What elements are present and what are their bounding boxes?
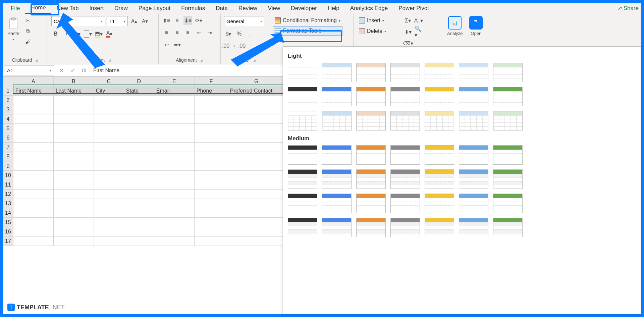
cell-B13[interactable]: [53, 199, 94, 208]
cell-E3[interactable]: [154, 105, 194, 114]
cell-F12[interactable]: [194, 190, 228, 199]
cell-D15[interactable]: [124, 218, 154, 227]
table-style-swatch[interactable]: [459, 111, 488, 130]
table-style-swatch[interactable]: [425, 87, 454, 106]
cell-F1[interactable]: Phone: [194, 86, 228, 96]
cell-E14[interactable]: [154, 208, 194, 218]
cell-D10[interactable]: [124, 171, 154, 180]
cell-D9[interactable]: [124, 161, 154, 171]
tab-developer[interactable]: Developer: [285, 3, 322, 14]
cell-E1[interactable]: Email: [154, 86, 194, 96]
launcher-icon[interactable]: ◲: [200, 58, 203, 62]
table-style-swatch[interactable]: [425, 111, 454, 130]
cell-A17[interactable]: [13, 236, 53, 246]
cell-F10[interactable]: [194, 171, 228, 180]
cell-E15[interactable]: [154, 218, 194, 227]
cell-B11[interactable]: [53, 180, 94, 190]
table-style-swatch[interactable]: [390, 218, 420, 237]
cell-F5[interactable]: [194, 124, 228, 133]
cell-F8[interactable]: [194, 152, 228, 161]
table-style-swatch[interactable]: [459, 145, 488, 165]
merge-button[interactable]: ⬌▾: [173, 40, 181, 49]
cell-A7[interactable]: [13, 143, 53, 152]
cell-B3[interactable]: [53, 105, 94, 114]
table-style-swatch[interactable]: [288, 194, 317, 213]
cell-A14[interactable]: [13, 208, 53, 218]
tab-view[interactable]: View: [263, 3, 286, 14]
cut-button[interactable]: ✂: [23, 16, 32, 25]
table-style-swatch[interactable]: [356, 111, 386, 130]
launcher-icon[interactable]: ◲: [253, 58, 256, 62]
col-header-A[interactable]: A: [13, 77, 53, 86]
underline-button[interactable]: U▾: [73, 30, 82, 38]
table-style-swatch[interactable]: [322, 87, 352, 106]
table-style-swatch[interactable]: [425, 194, 454, 213]
col-header-D[interactable]: D: [124, 77, 154, 86]
cell-E10[interactable]: [154, 171, 194, 180]
border-button[interactable]: ▾: [84, 30, 92, 38]
cell-F6[interactable]: [194, 133, 228, 143]
cell-C7[interactable]: [94, 143, 124, 152]
cell-C15[interactable]: [94, 218, 124, 227]
tab-analyticsedge[interactable]: Analytics Edge: [345, 3, 393, 14]
cell-A16[interactable]: [13, 227, 53, 236]
font-color-button[interactable]: A▾: [105, 30, 114, 38]
cell-G4[interactable]: [228, 114, 285, 124]
cell-A2[interactable]: [13, 96, 53, 105]
cell-D4[interactable]: [124, 114, 154, 124]
cell-B17[interactable]: [53, 236, 94, 246]
cell-E12[interactable]: [154, 190, 194, 199]
col-header-F[interactable]: F: [194, 77, 228, 86]
cell-B9[interactable]: [53, 161, 94, 171]
insert-cells-button[interactable]: Insert▾: [357, 16, 388, 25]
row-header-3[interactable]: 3: [3, 105, 13, 114]
row-header-4[interactable]: 4: [3, 114, 13, 124]
cell-D5[interactable]: [124, 124, 154, 133]
cancel-formula-button[interactable]: ✕: [56, 67, 67, 74]
wrap-text-button[interactable]: ↩: [162, 40, 171, 49]
cell-G5[interactable]: [228, 124, 285, 133]
cell-B7[interactable]: [53, 143, 94, 152]
cell-G9[interactable]: [228, 161, 285, 171]
col-header-B[interactable]: B: [53, 77, 94, 86]
cell-C12[interactable]: [94, 190, 124, 199]
cell-G12[interactable]: [228, 190, 285, 199]
cell-C16[interactable]: [94, 227, 124, 236]
row-header-10[interactable]: 10: [3, 171, 13, 180]
find-button[interactable]: 🔍▾: [414, 28, 423, 36]
align-center-button[interactable]: ≡: [173, 28, 181, 37]
fill-button[interactable]: ⬇▾: [404, 28, 412, 36]
cell-G16[interactable]: [228, 227, 285, 236]
table-style-swatch[interactable]: [390, 145, 420, 165]
table-style-swatch[interactable]: [322, 63, 352, 82]
comma-button[interactable]: ,: [246, 30, 254, 38]
cell-B10[interactable]: [53, 171, 94, 180]
table-style-swatch[interactable]: [390, 194, 420, 213]
cell-B5[interactable]: [53, 124, 94, 133]
cell-E2[interactable]: [154, 96, 194, 105]
row-header-13[interactable]: 13: [3, 199, 13, 208]
cell-E6[interactable]: [154, 133, 194, 143]
cell-B6[interactable]: [53, 133, 94, 143]
cell-A4[interactable]: [13, 114, 53, 124]
table-style-swatch[interactable]: [425, 169, 454, 189]
table-style-swatch[interactable]: [425, 63, 454, 82]
row-header-17[interactable]: 17: [3, 236, 13, 246]
cell-D8[interactable]: [124, 152, 154, 161]
table-style-swatch[interactable]: [322, 111, 352, 130]
cell-C14[interactable]: [94, 208, 124, 218]
italic-button[interactable]: I: [62, 30, 71, 38]
row-header-6[interactable]: 6: [3, 133, 13, 143]
launcher-icon[interactable]: ◲: [35, 58, 38, 62]
cell-E7[interactable]: [154, 143, 194, 152]
indent-inc-button[interactable]: ⇥: [205, 28, 214, 37]
cell-D11[interactable]: [124, 180, 154, 190]
increase-font-button[interactable]: A▴: [130, 17, 139, 25]
align-bottom-button[interactable]: ⬇≡: [183, 16, 192, 25]
cell-E11[interactable]: [154, 180, 194, 190]
cell-C4[interactable]: [94, 114, 124, 124]
tab-help[interactable]: Help: [322, 3, 345, 14]
align-middle-button[interactable]: ≡: [173, 16, 181, 25]
table-style-swatch[interactable]: [322, 169, 352, 189]
table-style-swatch[interactable]: [425, 218, 454, 237]
